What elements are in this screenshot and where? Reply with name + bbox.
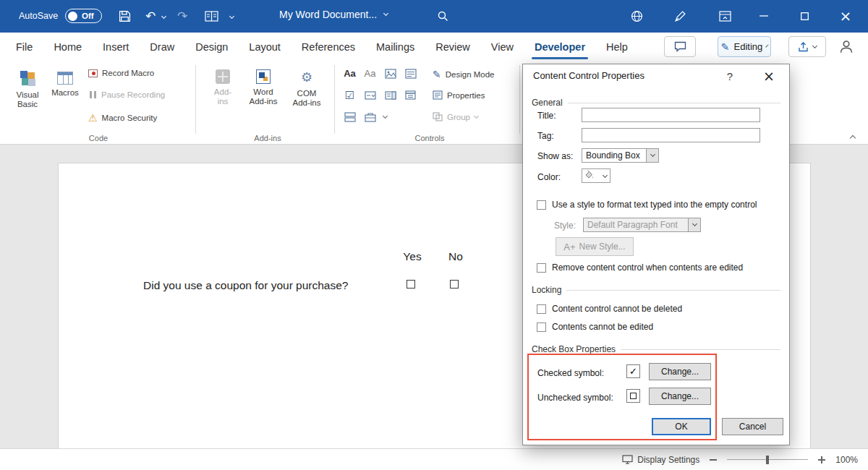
- minimize-icon[interactable]: [754, 7, 774, 25]
- cannot-edit-checkbox[interactable]: [537, 322, 546, 332]
- word-addins-button[interactable]: Word Add-ins: [243, 65, 284, 129]
- legacy-tools-icon[interactable]: [362, 109, 378, 124]
- tab-mailings[interactable]: Mailings: [376, 33, 414, 61]
- tab-home[interactable]: Home: [54, 33, 82, 61]
- question-text: Did you use a coupon for your purchase?: [143, 279, 348, 292]
- title-field-input[interactable]: [582, 108, 760, 122]
- dropdown-list-control-icon[interactable]: [382, 87, 399, 103]
- group-chevron-icon: [474, 114, 479, 119]
- search-icon[interactable]: [433, 7, 453, 25]
- dialog-close-icon[interactable]: ×: [756, 64, 782, 87]
- yes-checkbox-control[interactable]: [407, 280, 415, 289]
- combo-box-control-icon[interactable]: [362, 87, 378, 103]
- use-style-checkbox[interactable]: [537, 200, 546, 210]
- tab-view[interactable]: View: [491, 33, 514, 61]
- macro-security-button[interactable]: ⚠ Macro Security: [88, 112, 157, 124]
- autosave-toggle[interactable]: Off: [65, 9, 102, 23]
- checkbox-properties-section-header: Check Box Properties: [532, 344, 780, 354]
- rich-text-control-icon[interactable]: Aa: [341, 66, 358, 81]
- tab-draw[interactable]: Draw: [150, 33, 174, 61]
- toolbar-options-chevron-icon[interactable]: [229, 14, 234, 19]
- change-unchecked-symbol-button[interactable]: Change...: [649, 388, 711, 405]
- picture-control-icon[interactable]: [382, 66, 399, 81]
- display-settings-button[interactable]: Display Settings: [622, 455, 699, 465]
- change-checked-symbol-button[interactable]: Change...: [649, 363, 711, 380]
- visual-basic-label: Visual Basic: [12, 90, 43, 109]
- checkbox-control-icon[interactable]: ☑: [341, 87, 358, 103]
- macro-security-label: Macro Security: [102, 114, 158, 122]
- account-presence-icon[interactable]: [839, 40, 854, 56]
- tab-layout[interactable]: Layout: [249, 33, 281, 61]
- zoom-in-icon[interactable]: [818, 456, 825, 463]
- document-title[interactable]: My Word Document...: [279, 9, 388, 20]
- undo-button[interactable]: ↶: [140, 7, 161, 25]
- remove-control-label[interactable]: Remove content control when contents are…: [552, 262, 743, 273]
- autosave-state: Off: [82, 12, 94, 20]
- tag-field-input[interactable]: [582, 128, 760, 142]
- tab-insert[interactable]: Insert: [103, 33, 129, 61]
- cancel-button[interactable]: Cancel: [722, 418, 783, 435]
- pause-recording-button: Pause Recording: [88, 90, 165, 99]
- zoom-out-icon[interactable]: [710, 459, 717, 461]
- maximize-icon[interactable]: [794, 7, 814, 25]
- style-select: Default Paragraph Font: [583, 218, 701, 232]
- dialog-title-bar[interactable]: Content Control Properties ? ×: [523, 64, 789, 87]
- repeating-section-control-icon[interactable]: [341, 109, 358, 124]
- editing-chevron-icon: [766, 44, 769, 47]
- check-icon: ✓: [629, 366, 637, 377]
- zoom-percentage[interactable]: 100%: [835, 455, 858, 465]
- zoom-slider[interactable]: [727, 455, 808, 465]
- toggle-knob-icon: [68, 12, 77, 21]
- close-window-icon[interactable]: ×: [833, 7, 858, 25]
- remove-control-checkbox[interactable]: [537, 263, 546, 273]
- undo-dropdown-chevron-icon[interactable]: [161, 14, 166, 19]
- pen-input-icon[interactable]: [670, 7, 690, 25]
- tab-developer[interactable]: Developer: [535, 33, 585, 61]
- record-macro-button[interactable]: Record Macro: [88, 69, 154, 77]
- visual-basic-button[interactable]: Visual Basic: [9, 65, 46, 129]
- dialog-help-icon[interactable]: ?: [717, 64, 743, 87]
- tab-references[interactable]: References: [302, 33, 355, 61]
- no-checkbox-control[interactable]: [450, 280, 459, 289]
- collapse-ribbon-chevron-icon[interactable]: [850, 135, 856, 141]
- editing-mode-button[interactable]: ✎ Editing: [718, 36, 771, 57]
- tab-design[interactable]: Design: [195, 33, 228, 61]
- tab-review[interactable]: Review: [435, 33, 470, 61]
- ribbon-display-options-icon[interactable]: [715, 7, 735, 25]
- globe-icon[interactable]: [626, 7, 647, 25]
- macros-icon: [57, 72, 73, 85]
- show-as-select[interactable]: Bounding Box: [582, 148, 659, 163]
- group-label: Group: [447, 113, 470, 121]
- fill-color-icon: [582, 170, 603, 181]
- plain-text-control-icon[interactable]: Aa: [362, 66, 378, 81]
- comment-bubble-icon: [674, 41, 686, 52]
- legacy-tools-chevron-icon[interactable]: [383, 114, 388, 119]
- building-block-gallery-icon[interactable]: [402, 66, 419, 81]
- tab-help[interactable]: Help: [606, 33, 628, 61]
- redo-button: ↷: [172, 7, 192, 25]
- cannot-delete-label[interactable]: Content control cannot be deleted: [552, 304, 682, 314]
- date-picker-control-icon[interactable]: [402, 87, 419, 103]
- title-field-label: Title:: [537, 111, 556, 121]
- use-style-label[interactable]: Use a style to format text typed into th…: [552, 200, 757, 210]
- tag-field-label: Tag:: [537, 131, 554, 141]
- touch-mouse-mode-icon[interactable]: [201, 7, 221, 25]
- redo-icon: ↷: [177, 9, 187, 23]
- title-bar: AutoSave Off ↶ ↷ My Word Document...: [0, 0, 868, 33]
- tab-file[interactable]: File: [16, 33, 33, 61]
- cannot-edit-label[interactable]: Contents cannot be edited: [552, 322, 653, 332]
- cannot-delete-checkbox[interactable]: [537, 304, 546, 314]
- style-value: Default Paragraph Font: [584, 220, 688, 230]
- color-picker-button[interactable]: [582, 168, 610, 183]
- warning-icon: ⚠: [88, 112, 98, 124]
- ok-button[interactable]: OK: [652, 418, 711, 435]
- comments-button[interactable]: [664, 36, 696, 57]
- macros-button[interactable]: Macros: [46, 65, 84, 129]
- content-control-properties-dialog: Content Control Properties ? × General T…: [522, 64, 790, 445]
- properties-button[interactable]: Properties: [433, 90, 485, 100]
- save-icon[interactable]: [114, 7, 135, 25]
- com-addins-button[interactable]: ⚙ COM Add-ins: [286, 65, 327, 129]
- share-button[interactable]: [788, 36, 826, 57]
- design-mode-button[interactable]: ✎ Design Mode: [433, 69, 495, 80]
- zoom-thumb[interactable]: [766, 456, 769, 464]
